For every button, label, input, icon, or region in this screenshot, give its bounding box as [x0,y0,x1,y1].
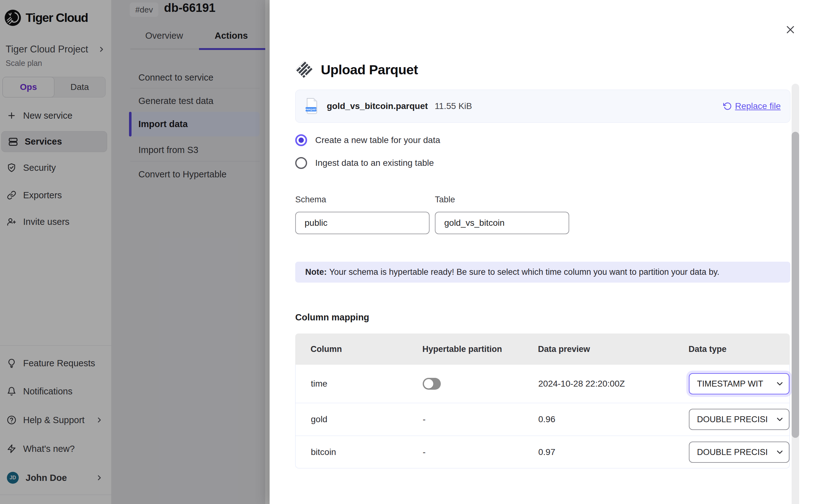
radio-label: Create a new table for your data [315,135,440,145]
data-type-select-gold[interactable]: DOUBLE PRECISI [689,409,789,430]
parquet-icon [294,60,314,79]
close-icon[interactable] [784,23,797,36]
file-name: gold_vs_bitcoin.parquet [327,101,428,111]
modal-scrollbar-track [792,84,799,504]
table-row-gold: gold - 0.96 DOUBLE PRECISI [295,403,789,436]
app: Tiger Cloud Tiger Cloud Project Scale pl… [0,0,816,504]
modal-scrollbar-thumb[interactable] [792,132,799,438]
modal-header: Upload Parquet [294,60,418,79]
header-data-type: Data type [689,334,789,365]
option-ingest-existing-table[interactable]: Ingest data to an existing table [295,156,434,170]
partition-toggle-off[interactable] [423,378,441,390]
header-hypertable-partition: Hypertable partition [423,334,502,365]
modal-scrim[interactable] [0,0,269,504]
table-label: Table [435,195,455,205]
schema-input[interactable] [295,212,430,234]
hypertable-note: Note:Your schema is hypertable ready! Be… [295,262,790,283]
toggle-knob [424,379,433,388]
cell-data-preview: 2024-10-28 22:20:00Z [538,365,625,403]
table-header-row: Column Hypertable partition Data preview… [295,334,790,365]
svg-text:PARQUET: PARQUET [305,108,317,111]
column-mapping-table: Column Hypertable partition Data preview… [295,334,790,468]
header-data-preview: Data preview [538,334,590,365]
file-size: 11.55 KiB [435,101,472,111]
table-body: time 2024-10-28 22:20:00Z TIMESTAMP WIT [295,365,790,468]
modal-title: Upload Parquet [321,62,418,77]
radio-unselected-icon[interactable] [295,157,307,169]
chevron-down-icon [775,447,784,457]
upload-parquet-modal: Upload Parquet PARQUET gold_vs_bitcoin.p… [269,0,816,504]
option-create-new-table[interactable]: Create a new table for your data [295,134,440,147]
header-column: Column [310,334,342,365]
radio-selected-icon[interactable] [295,134,307,146]
parquet-file-icon: PARQUET [305,98,319,115]
schema-label: Schema [295,195,326,205]
cell-column-name: gold [311,403,327,436]
cell-column-name: time [311,365,327,403]
chevron-down-icon [775,379,784,388]
cell-column-name: bitcoin [311,436,336,468]
cell-partition: - [423,436,426,468]
cell-partition: - [423,403,426,436]
column-mapping-heading: Column mapping [295,312,369,323]
uploaded-file-chip: PARQUET gold_vs_bitcoin.parquet 11.55 Ki… [295,90,790,123]
table-input[interactable] [435,212,569,234]
data-type-select-bitcoin[interactable]: DOUBLE PRECISI [689,442,789,463]
rotate-ccw-icon [723,102,732,111]
cell-data-preview: 0.97 [538,436,556,468]
data-type-select-time[interactable]: TIMESTAMP WIT [689,373,789,394]
cell-data-preview: 0.96 [538,403,556,436]
table-row-time: time 2024-10-28 22:20:00Z TIMESTAMP WIT [295,365,789,403]
table-row-bitcoin: bitcoin - 0.97 DOUBLE PRECISI [295,436,789,468]
radio-label: Ingest data to an existing table [315,158,434,168]
chevron-down-icon [775,415,784,424]
replace-file-link[interactable]: Replace file [723,101,781,111]
